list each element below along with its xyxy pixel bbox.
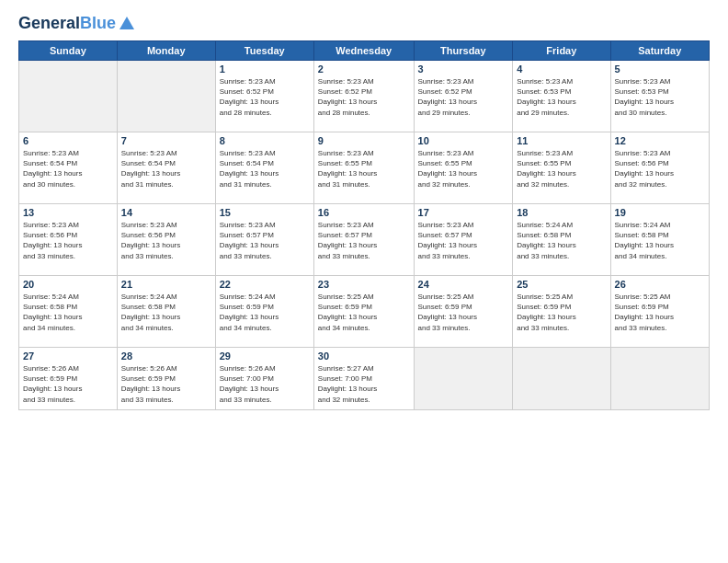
day-detail: Sunrise: 5:23 AM Sunset: 6:57 PM Dayligh…: [418, 220, 509, 261]
day-number: 5: [615, 63, 705, 75]
day-number: 22: [220, 279, 310, 290]
col-header-sunday: Sunday: [19, 41, 118, 61]
calendar-cell: 2Sunrise: 5:23 AM Sunset: 6:52 PM Daylig…: [313, 61, 414, 132]
day-number: 25: [517, 279, 606, 290]
day-detail: Sunrise: 5:23 AM Sunset: 6:54 PM Dayligh…: [220, 148, 310, 190]
day-detail: Sunrise: 5:23 AM Sunset: 6:55 PM Dayligh…: [318, 148, 410, 190]
day-number: 30: [318, 350, 410, 362]
calendar-cell: 5Sunrise: 5:23 AM Sunset: 6:53 PM Daylig…: [610, 61, 709, 132]
day-detail: Sunrise: 5:24 AM Sunset: 6:58 PM Dayligh…: [121, 292, 211, 333]
day-number: 18: [517, 207, 606, 218]
logo: GeneralBlue: [18, 15, 136, 33]
svg-marker-0: [119, 17, 134, 29]
day-number: 15: [220, 207, 310, 218]
day-detail: Sunrise: 5:23 AM Sunset: 6:56 PM Dayligh…: [23, 220, 113, 261]
day-detail: Sunrise: 5:24 AM Sunset: 6:58 PM Dayligh…: [517, 220, 606, 261]
day-number: 4: [517, 63, 606, 75]
calendar-cell: 11Sunrise: 5:23 AM Sunset: 6:55 PM Dayli…: [513, 132, 610, 204]
day-detail: Sunrise: 5:24 AM Sunset: 6:58 PM Dayligh…: [23, 292, 113, 333]
calendar-cell: [117, 61, 215, 132]
day-detail: Sunrise: 5:24 AM Sunset: 6:59 PM Dayligh…: [220, 292, 310, 333]
day-number: 6: [23, 135, 113, 146]
col-header-saturday: Saturday: [610, 41, 709, 61]
calendar-cell: 4Sunrise: 5:23 AM Sunset: 6:53 PM Daylig…: [513, 61, 610, 132]
calendar-cell: 18Sunrise: 5:24 AM Sunset: 6:58 PM Dayli…: [513, 204, 610, 276]
calendar-cell: [19, 61, 118, 132]
calendar-cell: [513, 348, 610, 410]
calendar-cell: 6Sunrise: 5:23 AM Sunset: 6:54 PM Daylig…: [19, 132, 118, 204]
day-number: 11: [517, 135, 606, 146]
day-detail: Sunrise: 5:23 AM Sunset: 6:55 PM Dayligh…: [418, 148, 509, 190]
calendar-cell: 26Sunrise: 5:25 AM Sunset: 6:59 PM Dayli…: [610, 276, 709, 348]
calendar-cell: 3Sunrise: 5:23 AM Sunset: 6:52 PM Daylig…: [414, 61, 513, 132]
day-number: 14: [121, 207, 211, 218]
calendar-cell: 27Sunrise: 5:26 AM Sunset: 6:59 PM Dayli…: [19, 348, 118, 410]
day-number: 24: [418, 279, 509, 290]
day-number: 19: [615, 207, 705, 218]
day-number: 7: [121, 135, 211, 146]
day-number: 12: [615, 135, 705, 146]
day-number: 3: [418, 63, 509, 75]
calendar-cell: 10Sunrise: 5:23 AM Sunset: 6:55 PM Dayli…: [414, 132, 513, 204]
calendar-cell: 15Sunrise: 5:23 AM Sunset: 6:57 PM Dayli…: [215, 204, 313, 276]
day-detail: Sunrise: 5:25 AM Sunset: 6:59 PM Dayligh…: [615, 292, 705, 333]
day-number: 1: [220, 63, 310, 75]
day-detail: Sunrise: 5:23 AM Sunset: 6:54 PM Dayligh…: [121, 148, 211, 190]
calendar-cell: 21Sunrise: 5:24 AM Sunset: 6:58 PM Dayli…: [117, 276, 215, 348]
day-number: 2: [318, 63, 410, 75]
day-detail: Sunrise: 5:23 AM Sunset: 6:52 PM Dayligh…: [318, 76, 410, 118]
day-detail: Sunrise: 5:23 AM Sunset: 6:56 PM Dayligh…: [121, 220, 211, 261]
calendar-cell: 1Sunrise: 5:23 AM Sunset: 6:52 PM Daylig…: [215, 61, 313, 132]
calendar-cell: [414, 348, 513, 410]
day-detail: Sunrise: 5:26 AM Sunset: 6:59 PM Dayligh…: [23, 363, 113, 405]
day-detail: Sunrise: 5:23 AM Sunset: 6:57 PM Dayligh…: [220, 220, 310, 261]
calendar-cell: 24Sunrise: 5:25 AM Sunset: 6:59 PM Dayli…: [414, 276, 513, 348]
day-number: 17: [418, 207, 509, 218]
day-number: 23: [318, 279, 410, 290]
day-number: 13: [23, 207, 113, 218]
calendar-page: GeneralBlue SundayMondayTuesdayWednesday…: [0, 0, 728, 563]
day-detail: Sunrise: 5:23 AM Sunset: 6:52 PM Dayligh…: [418, 76, 509, 118]
day-number: 28: [121, 350, 211, 362]
calendar-cell: 16Sunrise: 5:23 AM Sunset: 6:57 PM Dayli…: [313, 204, 414, 276]
day-detail: Sunrise: 5:23 AM Sunset: 6:55 PM Dayligh…: [517, 148, 606, 190]
calendar-cell: 14Sunrise: 5:23 AM Sunset: 6:56 PM Dayli…: [117, 204, 215, 276]
logo-icon: [118, 15, 136, 33]
calendar-cell: 17Sunrise: 5:23 AM Sunset: 6:57 PM Dayli…: [414, 204, 513, 276]
day-detail: Sunrise: 5:25 AM Sunset: 6:59 PM Dayligh…: [418, 292, 509, 333]
calendar-cell: 12Sunrise: 5:23 AM Sunset: 6:56 PM Dayli…: [610, 132, 709, 204]
calendar-cell: 28Sunrise: 5:26 AM Sunset: 6:59 PM Dayli…: [117, 348, 215, 410]
day-detail: Sunrise: 5:23 AM Sunset: 6:56 PM Dayligh…: [615, 148, 705, 190]
calendar-cell: 22Sunrise: 5:24 AM Sunset: 6:59 PM Dayli…: [215, 276, 313, 348]
day-detail: Sunrise: 5:26 AM Sunset: 7:00 PM Dayligh…: [220, 363, 310, 405]
calendar-cell: 8Sunrise: 5:23 AM Sunset: 6:54 PM Daylig…: [215, 132, 313, 204]
calendar-table: SundayMondayTuesdayWednesdayThursdayFrid…: [18, 40, 710, 410]
day-number: 26: [615, 279, 705, 290]
day-number: 27: [23, 350, 113, 362]
day-number: 9: [318, 135, 410, 146]
day-detail: Sunrise: 5:25 AM Sunset: 6:59 PM Dayligh…: [318, 292, 410, 333]
calendar-cell: 23Sunrise: 5:25 AM Sunset: 6:59 PM Dayli…: [313, 276, 414, 348]
day-number: 20: [23, 279, 113, 290]
col-header-monday: Monday: [117, 41, 215, 61]
day-detail: Sunrise: 5:25 AM Sunset: 6:59 PM Dayligh…: [517, 292, 606, 333]
logo-text: GeneralBlue: [18, 15, 116, 33]
col-header-wednesday: Wednesday: [313, 41, 414, 61]
calendar-cell: [610, 348, 709, 410]
day-detail: Sunrise: 5:26 AM Sunset: 6:59 PM Dayligh…: [121, 363, 211, 405]
col-header-tuesday: Tuesday: [215, 41, 313, 61]
calendar-cell: 25Sunrise: 5:25 AM Sunset: 6:59 PM Dayli…: [513, 276, 610, 348]
day-detail: Sunrise: 5:23 AM Sunset: 6:52 PM Dayligh…: [220, 76, 310, 118]
col-header-thursday: Thursday: [414, 41, 513, 61]
day-number: 29: [220, 350, 310, 362]
day-detail: Sunrise: 5:23 AM Sunset: 6:54 PM Dayligh…: [23, 148, 113, 190]
col-header-friday: Friday: [513, 41, 610, 61]
day-detail: Sunrise: 5:27 AM Sunset: 7:00 PM Dayligh…: [318, 363, 410, 405]
day-number: 8: [220, 135, 310, 146]
calendar-cell: 29Sunrise: 5:26 AM Sunset: 7:00 PM Dayli…: [215, 348, 313, 410]
header: GeneralBlue: [18, 15, 710, 33]
day-detail: Sunrise: 5:23 AM Sunset: 6:57 PM Dayligh…: [318, 220, 410, 261]
day-detail: Sunrise: 5:23 AM Sunset: 6:53 PM Dayligh…: [517, 76, 606, 118]
day-detail: Sunrise: 5:23 AM Sunset: 6:53 PM Dayligh…: [615, 76, 705, 118]
day-number: 21: [121, 279, 211, 290]
